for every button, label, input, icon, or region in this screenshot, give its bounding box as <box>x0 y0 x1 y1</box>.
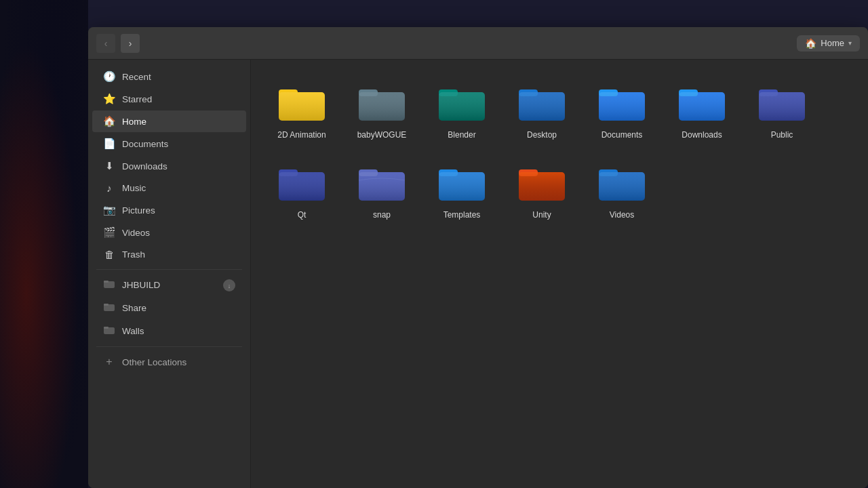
sidebar-item-label: Trash <box>122 249 145 260</box>
files-grid: 2D Animation <box>264 73 854 227</box>
folder-icon-wrapper <box>517 161 566 205</box>
downloads-icon: ⬇ <box>103 160 115 172</box>
file-name: babyWOGUE <box>357 130 407 141</box>
folder-icon-wrapper <box>277 161 326 205</box>
svg-rect-22 <box>599 92 645 121</box>
location-bar[interactable]: 🏠 Home ▾ <box>797 35 860 52</box>
sidebar-item-downloads[interactable]: ⬇ Downloads <box>92 155 246 177</box>
file-item-snap[interactable]: snap <box>344 153 419 228</box>
sidebar-item-videos[interactable]: 🎬 Videos <box>92 222 246 243</box>
folder-icon <box>103 325 115 338</box>
svg-rect-34 <box>359 172 405 201</box>
folder-icon-wrapper <box>357 81 406 125</box>
file-name: Videos <box>610 210 634 221</box>
file-name: Blender <box>448 130 475 141</box>
sidebar-item-other-locations[interactable]: + Other Locations <box>92 351 246 373</box>
sidebar-item-pictures[interactable]: 📷 Pictures <box>92 199 246 221</box>
sidebar-item-label: Music <box>122 183 146 193</box>
folder-icon <box>103 302 115 314</box>
sidebar-item-label: Share <box>122 303 146 313</box>
file-name: snap <box>373 210 391 221</box>
sidebar-item-label: Downloads <box>122 161 167 171</box>
file-name: Documents <box>601 130 643 141</box>
file-item-blender[interactable]: Blender <box>425 73 499 148</box>
sidebar-item-label: Recent <box>122 72 151 82</box>
sidebar-item-label: Pictures <box>122 205 155 216</box>
file-name: Qt <box>298 210 307 221</box>
sidebar-item-jhbuild[interactable]: JHBUILD ↓ <box>92 274 246 296</box>
file-name: Desktop <box>527 130 557 141</box>
add-icon: + <box>103 356 115 368</box>
home-nav-icon: 🏠 <box>103 115 115 127</box>
background-left <box>0 0 88 488</box>
svg-rect-5 <box>104 304 108 306</box>
back-button[interactable]: ‹ <box>96 34 115 53</box>
svg-text:↓: ↓ <box>228 282 231 289</box>
folder-icon-wrapper <box>597 81 646 125</box>
star-icon: ⭐ <box>103 93 115 105</box>
file-view: 2D Animation <box>251 60 868 488</box>
file-name: Downloads <box>682 130 722 141</box>
folder-icon-wrapper <box>437 161 486 205</box>
svg-rect-43 <box>599 172 645 201</box>
file-item-documents[interactable]: Documents <box>585 73 659 148</box>
sidebar-item-label: Documents <box>122 139 168 149</box>
sidebar-item-recent[interactable]: 🕐 Recent <box>92 66 246 87</box>
content-area: 🕐 Recent ⭐ Starred 🏠 Home 📄 Documents ⬇ … <box>88 60 868 488</box>
folder-icon-wrapper <box>357 161 406 205</box>
file-item-public[interactable]: Public <box>745 73 819 148</box>
folder-icon <box>103 279 115 291</box>
svg-rect-10 <box>279 92 325 121</box>
svg-rect-37 <box>439 172 485 201</box>
svg-rect-13 <box>359 92 405 121</box>
file-manager-window: ‹ › 🏠 Home ▾ 🕐 Recent ⭐ Starred 🏠 Home <box>88 27 868 488</box>
sidebar-divider <box>96 269 242 270</box>
svg-rect-7 <box>104 327 108 329</box>
sidebar-item-label: Home <box>122 117 146 127</box>
svg-rect-40 <box>519 172 565 201</box>
file-item-qt[interactable]: Qt <box>264 153 339 228</box>
trash-icon: 🗑 <box>103 249 115 260</box>
sidebar-item-documents[interactable]: 📄 Documents <box>92 133 246 155</box>
sidebar-item-label: Other Locations <box>122 357 186 367</box>
toolbar: ‹ › 🏠 Home ▾ <box>88 27 868 60</box>
home-icon: 🏠 <box>805 38 816 49</box>
sidebar-item-label: Videos <box>122 228 150 238</box>
recent-icon: 🕐 <box>103 70 115 83</box>
sidebar-divider-2 <box>96 346 242 347</box>
documents-icon: 📄 <box>103 138 115 150</box>
folder-icon-wrapper <box>437 81 486 125</box>
sidebar-item-label: JHBUILD <box>122 280 160 290</box>
sidebar: 🕐 Recent ⭐ Starred 🏠 Home 📄 Documents ⬇ … <box>88 60 251 488</box>
sidebar-item-music[interactable]: ♪ Music <box>92 178 246 199</box>
file-name: Templates <box>443 210 481 221</box>
svg-rect-19 <box>519 92 565 121</box>
pictures-icon: 📷 <box>103 204 115 216</box>
chevron-down-icon: ▾ <box>848 39 852 47</box>
folder-icon-wrapper <box>517 81 566 125</box>
file-item-2d-animation[interactable]: 2D Animation <box>264 73 339 148</box>
sidebar-item-trash[interactable]: 🗑 Trash <box>92 244 246 265</box>
folder-icon-wrapper <box>757 81 806 125</box>
file-item-babywogue[interactable]: babyWOGUE <box>344 73 419 148</box>
file-item-downloads[interactable]: Downloads <box>665 73 739 148</box>
file-item-desktop[interactable]: Desktop <box>505 73 579 148</box>
svg-rect-16 <box>439 92 485 121</box>
svg-rect-1 <box>104 281 108 283</box>
sidebar-item-label: Walls <box>122 326 144 336</box>
forward-button[interactable]: › <box>121 34 140 53</box>
file-name: Public <box>771 130 793 141</box>
sidebar-item-starred[interactable]: ⭐ Starred <box>92 88 246 110</box>
file-item-unity[interactable]: Unity <box>505 153 579 228</box>
folder-icon-wrapper <box>277 81 326 125</box>
sidebar-item-share[interactable]: Share <box>92 297 246 319</box>
sidebar-item-home[interactable]: 🏠 Home <box>92 110 246 132</box>
file-name: Unity <box>532 210 551 221</box>
svg-rect-28 <box>759 92 805 121</box>
file-name: 2D Animation <box>277 130 326 141</box>
svg-rect-25 <box>679 92 725 121</box>
file-item-videos[interactable]: Videos <box>585 153 659 228</box>
file-item-templates[interactable]: Templates <box>425 153 499 228</box>
sidebar-item-label: Starred <box>122 94 152 104</box>
sidebar-item-walls[interactable]: Walls <box>92 320 246 342</box>
